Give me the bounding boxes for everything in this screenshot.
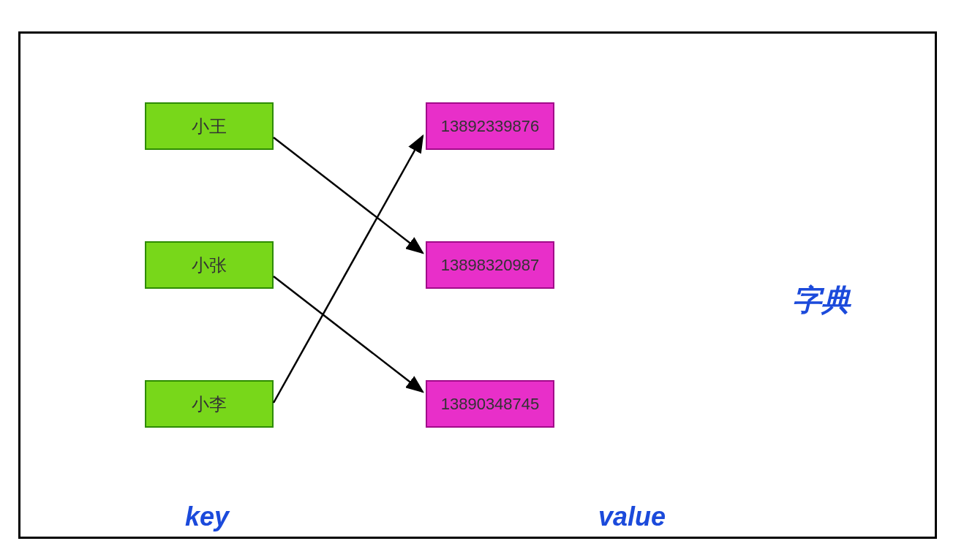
key-box-1: 小王 [145,102,274,150]
value-label-1: 13892339876 [441,117,540,135]
key-label-2: 小张 [192,254,227,277]
label-key: key [185,502,229,532]
diagram-container: 小王 小张 小李 13892339876 13898320987 1389034… [18,31,937,539]
key-box-2: 小张 [145,241,274,289]
arrow-1 [274,137,423,253]
value-box-1: 13892339876 [426,102,554,150]
value-label-3: 13890348745 [441,395,540,413]
label-value: value [598,502,666,532]
value-box-3: 13890348745 [426,380,554,428]
key-label-1: 小王 [192,115,227,138]
key-box-3: 小李 [145,380,274,428]
arrow-2 [274,276,423,392]
value-label-2: 13898320987 [441,256,540,274]
arrow-3 [274,136,423,403]
label-title: 字典 [792,280,851,320]
value-box-2: 13898320987 [426,241,554,289]
key-label-3: 小李 [192,393,227,416]
